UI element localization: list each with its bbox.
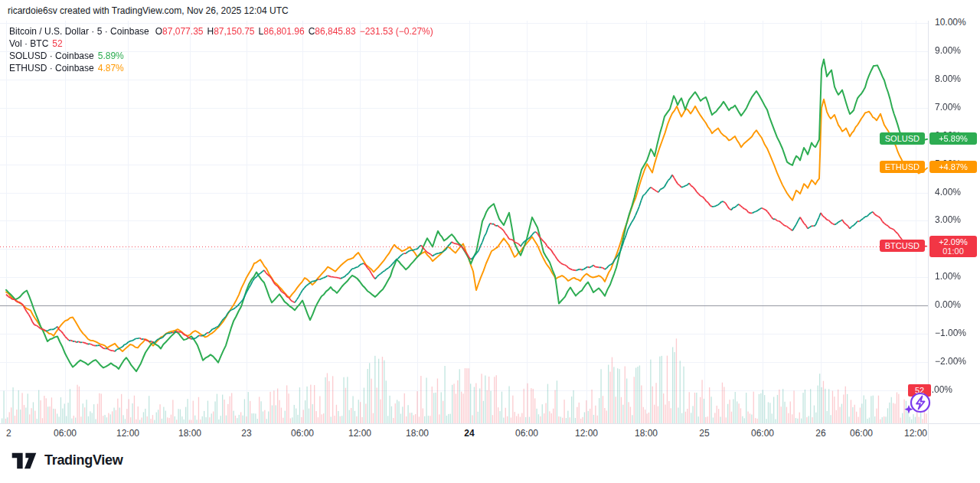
tradingview-logo[interactable]: TradingView: [11, 450, 122, 470]
price-axis-label: −1.00%: [935, 328, 966, 338]
change-value: −231.53 (−0.27%): [360, 26, 433, 37]
time-axis-label: 2: [6, 428, 11, 439]
ohlc-value: 86,845.83: [315, 26, 355, 37]
volume-label: Vol · BTC: [9, 38, 48, 49]
price-axis-label: 8.00%: [935, 73, 961, 84]
ohlc-key: O: [155, 26, 162, 37]
price-chart-canvas[interactable]: [0, 21, 928, 423]
tradingview-logo-text: TradingView: [44, 452, 122, 468]
compare-value: 5.89%: [98, 51, 124, 61]
price-axis-label: 7.00%: [935, 102, 961, 113]
time-axis-label: 06:00: [291, 428, 314, 439]
time-axis-label: 12:00: [575, 428, 598, 439]
boost-lightning-icon[interactable]: [903, 389, 935, 418]
time-axis-border: [0, 423, 980, 424]
legend-volume-row[interactable]: Vol · BTC52: [9, 38, 433, 50]
price-axis-label: 0.00%: [935, 299, 961, 310]
legend-compare-row[interactable]: SOLUSD · Coinbase5.89%: [9, 50, 433, 62]
time-axis-label: 12:00: [116, 428, 139, 439]
btcusd-axis-value-badge: +2.09%01:00: [929, 236, 977, 257]
time-axis-label: 12:00: [348, 428, 371, 439]
volume-value: 52: [52, 38, 62, 49]
ethusd-axis-value-badge: +4.87%: [929, 161, 977, 173]
compare-label: SOLUSD · Coinbase: [9, 51, 94, 61]
time-axis-label: 25: [699, 428, 709, 439]
time-axis-label: 23: [241, 428, 251, 439]
compare-value: 4.87%: [98, 63, 124, 73]
time-axis-label: 18:00: [635, 428, 658, 439]
tradingview-logo-mark: [11, 450, 38, 470]
ohlc-value: 86,801.96: [263, 26, 304, 37]
bar-countdown: 01:00: [934, 246, 972, 256]
ohlc-key: H: [207, 26, 214, 37]
time-axis-label: 12:00: [904, 428, 927, 439]
solusd-axis-value-badge: +5.89%: [929, 132, 977, 145]
time-axis-label: 06:00: [515, 428, 538, 439]
price-axis-label: 1.00%: [935, 271, 961, 282]
price-axis-label: 4.00%: [935, 187, 961, 197]
ohlc-key: C: [309, 26, 315, 37]
time-axis-label: 18:00: [178, 428, 201, 439]
compare-label: ETHUSD · Coinbase: [9, 63, 94, 73]
time-axis-label: 24: [464, 428, 474, 439]
time-axis-label: 18:00: [406, 428, 429, 439]
price-axis-label: 9.00%: [935, 45, 961, 56]
ohlc-value: 87,150.75: [214, 26, 254, 37]
tradingview-chart-widget: ricardoie6sv created with TradingView.co…: [0, 0, 980, 483]
btcusd-series-pill: BTCUSD: [880, 240, 925, 252]
price-axis-border: [928, 21, 929, 440]
last-change-value: +2.09%: [934, 237, 972, 246]
price-axis-label: −2.00%: [935, 356, 966, 367]
symbol-title: Bitcoin / U.S. Dollar · 5 · Coinbase: [9, 26, 149, 37]
price-axis-label: 3.00%: [935, 214, 961, 225]
legend: Bitcoin / U.S. Dollar · 5 · CoinbaseO87,…: [9, 25, 433, 74]
time-axis-label: 26: [815, 428, 825, 439]
time-axis-label: 06:00: [850, 428, 873, 439]
ethusd-series-pill: ETHUSD: [880, 161, 925, 173]
solusd-series-pill: SOLUSD: [880, 132, 925, 145]
legend-compare-row[interactable]: ETHUSD · Coinbase4.87%: [9, 62, 433, 74]
ohlc-value: 87,077.35: [162, 26, 203, 37]
time-axis-label: 06:00: [751, 428, 774, 439]
attribution-text: ricardoie6sv created with TradingView.co…: [8, 5, 289, 16]
price-axis-label: 10.00%: [935, 17, 966, 28]
time-axis-label: 06:00: [54, 428, 77, 439]
legend-symbol-row[interactable]: Bitcoin / U.S. Dollar · 5 · CoinbaseO87,…: [9, 25, 433, 38]
